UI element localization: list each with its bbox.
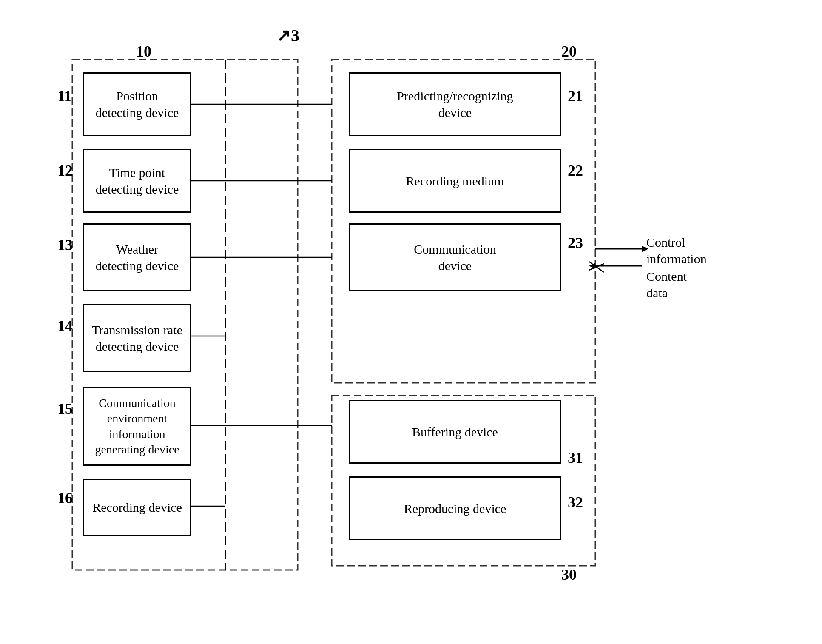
label-12: 12	[57, 162, 73, 180]
label-14: 14	[57, 317, 73, 335]
label-23: 23	[568, 234, 583, 252]
group20-label: 20	[561, 43, 577, 60]
device-recording-medium: Recording medium	[349, 149, 561, 213]
device-comm-env-generating: Communicationenvironment informationgene…	[83, 387, 191, 466]
device-communication: Communicationdevice	[349, 223, 561, 291]
device-buffering: Buffering device	[349, 400, 561, 464]
label-13: 13	[57, 236, 73, 254]
svg-line-18	[589, 262, 604, 272]
label-22: 22	[568, 162, 583, 180]
device-predicting-recognizing: Predicting/recognizingdevice	[349, 72, 561, 136]
label-31: 31	[568, 449, 583, 467]
content-data-label: Contentdata	[646, 268, 687, 301]
group30-label: 30	[561, 566, 577, 584]
svg-marker-17	[589, 263, 595, 269]
label-16: 16	[57, 489, 73, 507]
device-position-detecting: Positiondetecting device	[83, 72, 191, 136]
group10-label: 10	[136, 43, 151, 60]
diagram: ↗3	[34, 26, 778, 613]
device-reproducing: Reproducing device	[349, 476, 561, 540]
label-11: 11	[57, 87, 72, 105]
device-timepoint-detecting: Time pointdetecting device	[83, 149, 191, 213]
label-21: 21	[568, 87, 583, 105]
device-transmission-detecting: Transmission ratedetecting device	[83, 304, 191, 372]
label-15: 15	[57, 400, 73, 418]
device-recording: Recording device	[83, 479, 191, 536]
diagram-number: ↗3	[276, 26, 299, 46]
svg-line-19	[589, 264, 604, 270]
label-32: 32	[568, 493, 583, 511]
control-info-label: Controlinformation	[646, 234, 707, 267]
device-weather-detecting: Weatherdetecting device	[83, 223, 191, 291]
